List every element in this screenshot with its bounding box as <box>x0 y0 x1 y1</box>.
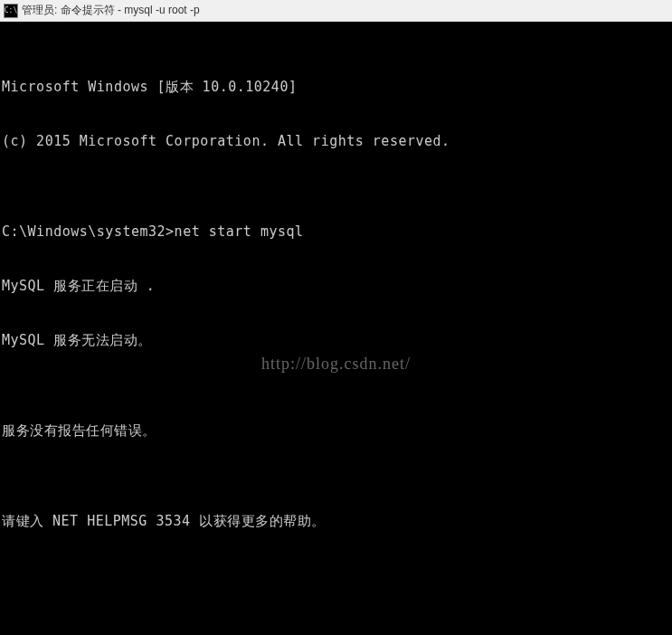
terminal-area[interactable]: http://blog.csdn.net/ Microsoft Windows … <box>0 22 672 635</box>
terminal-line: MySQL 服务无法启动。 <box>0 331 672 349</box>
terminal-line: (c) 2015 Microsoft Corporation. All righ… <box>0 132 672 150</box>
terminal-line: 服务没有报告任何错误。 <box>0 422 672 440</box>
window-title: 管理员: 命令提示符 - mysql -u root -p <box>22 3 200 18</box>
terminal-line: C:\Windows\system32>net start mysql <box>0 223 672 241</box>
terminal-line: 请键入 NET HELPMSG 3534 以获得更多的帮助。 <box>0 512 672 530</box>
window-titlebar[interactable]: C:\ 管理员: 命令提示符 - mysql -u root -p <box>0 0 672 22</box>
cmd-icon: C:\ <box>4 4 18 18</box>
terminal-line: MySQL 服务正在启动 . <box>0 277 672 295</box>
watermark-text: http://blog.csdn.net/ <box>261 355 411 373</box>
terminal-line: Microsoft Windows [版本 10.0.10240] <box>0 78 672 96</box>
